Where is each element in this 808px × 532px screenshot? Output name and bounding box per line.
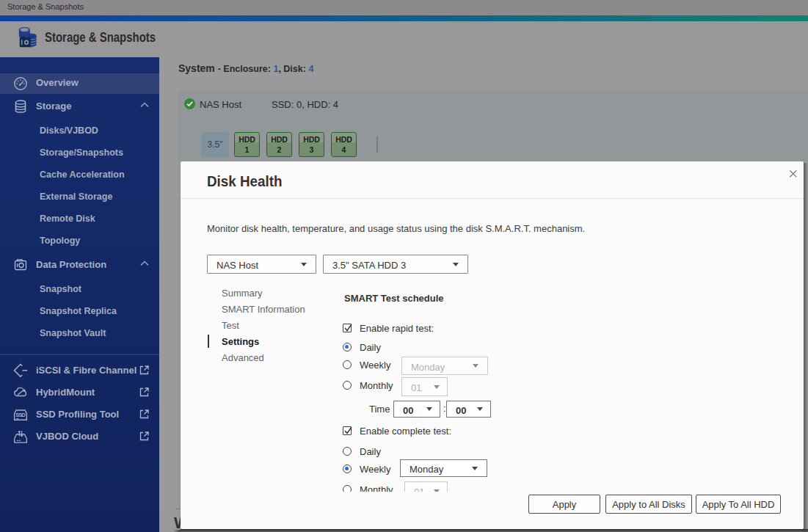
svg-text:SSD: SSD [15, 412, 25, 418]
